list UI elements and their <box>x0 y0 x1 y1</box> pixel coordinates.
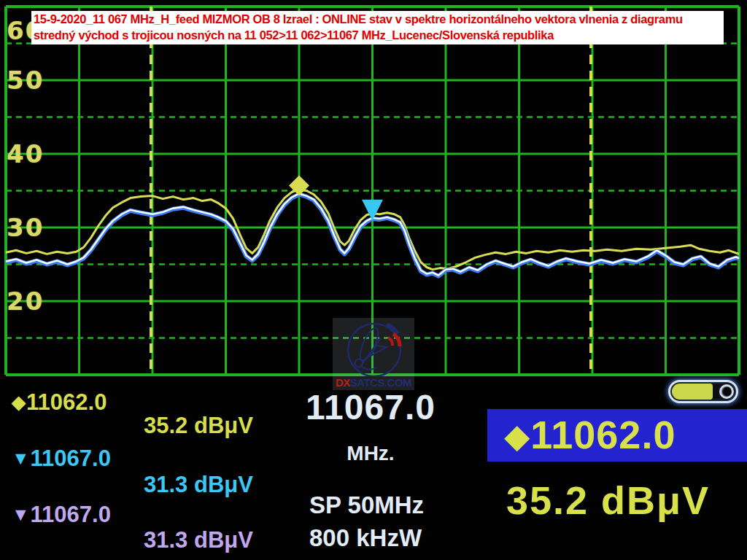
dxsatcs-logo-icon <box>333 318 414 376</box>
bandwidth-readout: 800 kHzW <box>309 524 422 552</box>
selected-marker-level: 35.2 dBμV <box>506 478 710 523</box>
center-frequency-unit: MHz. <box>293 442 448 465</box>
diamond-marker-icon: ◆ <box>505 419 530 454</box>
spectrum-analyzer-screen: 6050403020 15-9-2020_11 067 MHz_H_feed M… <box>0 0 747 560</box>
diamond-marker-icon: ◆ <box>12 392 26 412</box>
battery-icon <box>668 380 738 403</box>
marker1-frequency-readout: ◆11062.0 <box>12 389 107 416</box>
dxsatcs-watermark: DXSATCS.COM <box>333 318 414 390</box>
banner-line2: stredný východ s trojicou nosných na 11 … <box>34 28 724 44</box>
info-banner: 15-9-2020_11 067 MHz_H_feed MIZMOR OB 8 … <box>31 11 724 44</box>
y-tick-label: 50 <box>7 66 50 95</box>
center-frequency: 11067.0 <box>293 387 448 427</box>
battery-fill <box>672 384 713 400</box>
marker3-level-readout: 31.3 dBμV <box>144 527 253 553</box>
marker1-frequency: 11062.0 <box>26 389 107 415</box>
y-tick-label: 30 <box>7 213 50 242</box>
y-tick-label: 40 <box>7 139 50 168</box>
span-readout: SP 50MHz <box>309 491 424 519</box>
triangle-marker-icon: ▼ <box>12 448 30 468</box>
selected-marker-box: ◆11062.0 <box>487 409 747 462</box>
marker2-level-readout: 31.3 dBμV <box>144 472 253 498</box>
banner-line1: 15-9-2020_11 067 MHz_H_feed MIZMOR OB 8 … <box>34 12 724 28</box>
marker1-level-readout: 35.2 dBμV <box>144 413 253 439</box>
selected-marker-frequency: 11062.0 <box>530 413 676 456</box>
triangle-marker-icon: ▼ <box>12 505 30 524</box>
marker2-frequency: 11067.0 <box>31 446 111 471</box>
marker3-frequency-readout: ▼11067.0 <box>12 502 111 528</box>
marker2-frequency-readout: ▼11067.0 <box>12 446 111 472</box>
y-tick-label: 20 <box>7 287 50 316</box>
marker3-frequency: 11067.0 <box>31 502 111 527</box>
battery-cap <box>719 384 734 399</box>
